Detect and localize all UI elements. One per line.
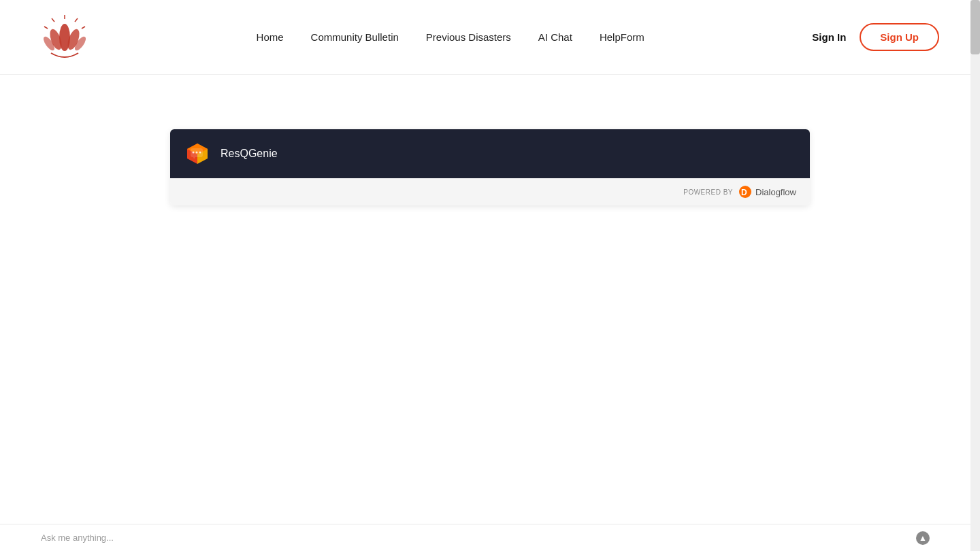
chat-header: ResQGenie [170, 129, 810, 178]
svg-line-4 [82, 27, 85, 29]
scrollbar[interactable] [970, 0, 980, 551]
dialogflow-name: Dialogflow [755, 187, 796, 197]
nav-menu: Home Community Bulletin Previous Disaste… [257, 31, 644, 43]
navbar: Home Community Bulletin Previous Disaste… [0, 0, 980, 75]
auth-buttons: Sign In Sign Up [812, 23, 939, 51]
sign-in-button[interactable]: Sign In [812, 31, 846, 43]
scrollbar-thumb[interactable] [970, 0, 980, 54]
nav-community-bulletin[interactable]: Community Bulletin [311, 31, 399, 43]
svg-point-14 [193, 152, 195, 154]
svg-line-1 [52, 18, 54, 22]
svg-line-3 [44, 27, 48, 29]
chat-bot-name: ResQGenie [220, 148, 278, 160]
send-icon[interactable]: ▲ [916, 531, 930, 545]
nav-helpform[interactable]: HelpForm [600, 31, 644, 43]
main-content: ResQGenie POWERED BY D Dialogflow [0, 75, 980, 205]
nav-ai-chat[interactable]: AI Chat [538, 31, 572, 43]
logo[interactable] [41, 14, 88, 61]
nav-home[interactable]: Home [257, 31, 284, 43]
sign-up-button[interactable]: Sign Up [860, 23, 939, 51]
bot-icon [184, 140, 211, 167]
svg-point-15 [196, 152, 198, 154]
svg-line-2 [75, 18, 78, 22]
powered-by-label: POWERED BY [683, 188, 733, 196]
svg-text:D: D [741, 188, 747, 197]
dialogflow-icon: D [738, 185, 752, 199]
chat-footer: POWERED BY D Dialogflow [170, 178, 810, 205]
bottom-bar: Ask me anything... ▲ [0, 524, 970, 551]
chat-widget[interactable]: ResQGenie POWERED BY D Dialogflow [170, 129, 810, 205]
dialogflow-logo: D Dialogflow [738, 185, 796, 199]
bottom-hint: Ask me anything... [41, 533, 114, 543]
nav-previous-disasters[interactable]: Previous Disasters [426, 31, 511, 43]
logo-image [41, 14, 88, 61]
svg-point-16 [199, 152, 201, 154]
